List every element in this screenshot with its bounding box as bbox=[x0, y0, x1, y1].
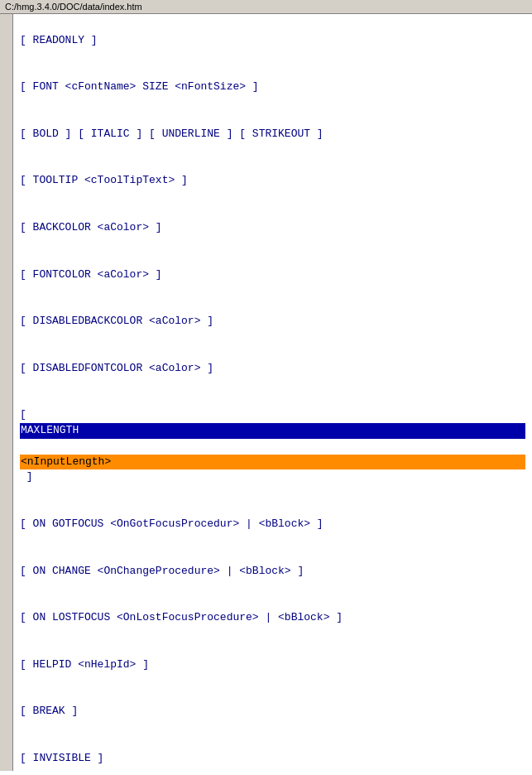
maxlength-highlight: MAXLENGTH bbox=[20, 423, 525, 439]
line-disabledfontcolor: [ DISABLEDFONTCOLOR <aColor> ] bbox=[20, 361, 525, 377]
line-bold: [ BOLD ] [ ITALIC ] [ UNDERLINE ] [ STRI… bbox=[20, 127, 525, 142]
line-backcolor: [ BACKCOLOR <aColor> ] bbox=[20, 220, 525, 236]
line-lostfocus: [ ON LOSTFOCUS <OnLostFocusProcedure> | … bbox=[20, 610, 525, 626]
title-bar: C:/hmg.3.4.0/DOC/data/index.htm bbox=[0, 0, 532, 14]
line-onchange: [ ON CHANGE <OnChangeProcedure> | <bBloc… bbox=[20, 564, 525, 580]
line-break: [ BREAK ] bbox=[20, 704, 525, 720]
main-content: [ READONLY ] [ FONT <cFontName> SIZE <nF… bbox=[13, 14, 532, 771]
top-code-block: [ READONLY ] [ FONT <cFontName> SIZE <nF… bbox=[20, 17, 525, 771]
line-helpid: [ HELPID <nHelpId> ] bbox=[20, 657, 525, 673]
line-invisible: [ INVISIBLE ] bbox=[20, 751, 525, 767]
line-readonly: [ READONLY ] bbox=[20, 33, 525, 49]
line-tooltip: [ TOOLTIP <cToolTipText> ] bbox=[20, 173, 525, 189]
line-gotfocus: [ ON GOTFOCUS <OnGotFocusProcedur> | <bB… bbox=[20, 517, 525, 532]
scrollbar-left[interactable] bbox=[0, 14, 13, 771]
line-disabledbackcolor: [ DISABLEDBACKCOLOR <aColor> ] bbox=[20, 314, 525, 330]
ninputlength-highlight: <nInputLength> bbox=[20, 455, 525, 470]
title-text: C:/hmg.3.4.0/DOC/data/index.htm bbox=[5, 2, 142, 12]
line-font: [ FONT <cFontName> SIZE <nFontSize> ] bbox=[20, 79, 525, 95]
line-maxlength-row: [ MAXLENGTH <nInputLength> ] bbox=[20, 407, 525, 485]
line-fontcolor: [ FONTCOLOR <aColor> ] bbox=[20, 267, 525, 283]
